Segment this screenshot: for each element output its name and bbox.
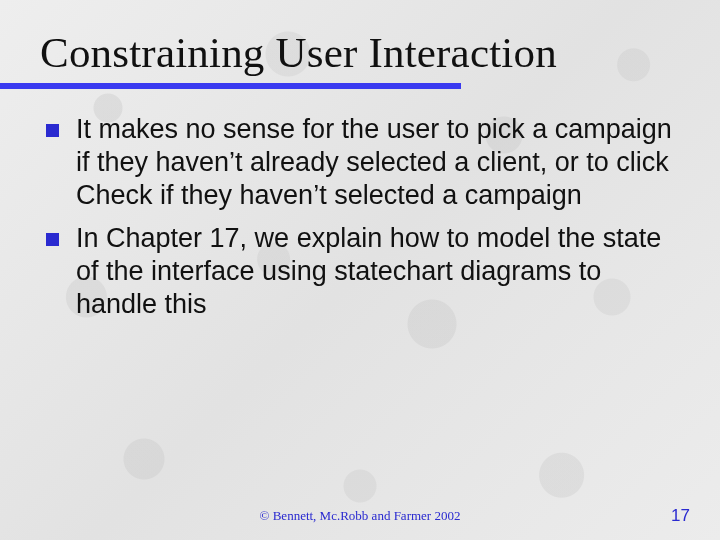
title-underline xyxy=(0,83,461,89)
bullet-item: It makes no sense for the user to pick a… xyxy=(46,113,680,212)
page-number: 17 xyxy=(671,506,690,526)
bullet-list: It makes no sense for the user to pick a… xyxy=(40,113,680,321)
bullet-text: It makes no sense for the user to pick a… xyxy=(76,114,672,210)
bullet-text: In Chapter 17, we explain how to model t… xyxy=(76,223,661,319)
square-bullet-icon xyxy=(46,124,59,137)
slide: Constraining User Interaction It makes n… xyxy=(0,0,720,540)
slide-title: Constraining User Interaction xyxy=(40,28,680,77)
square-bullet-icon xyxy=(46,233,59,246)
bullet-item: In Chapter 17, we explain how to model t… xyxy=(46,222,680,321)
copyright-footer: © Bennett, Mc.Robb and Farmer 2002 xyxy=(0,508,720,524)
